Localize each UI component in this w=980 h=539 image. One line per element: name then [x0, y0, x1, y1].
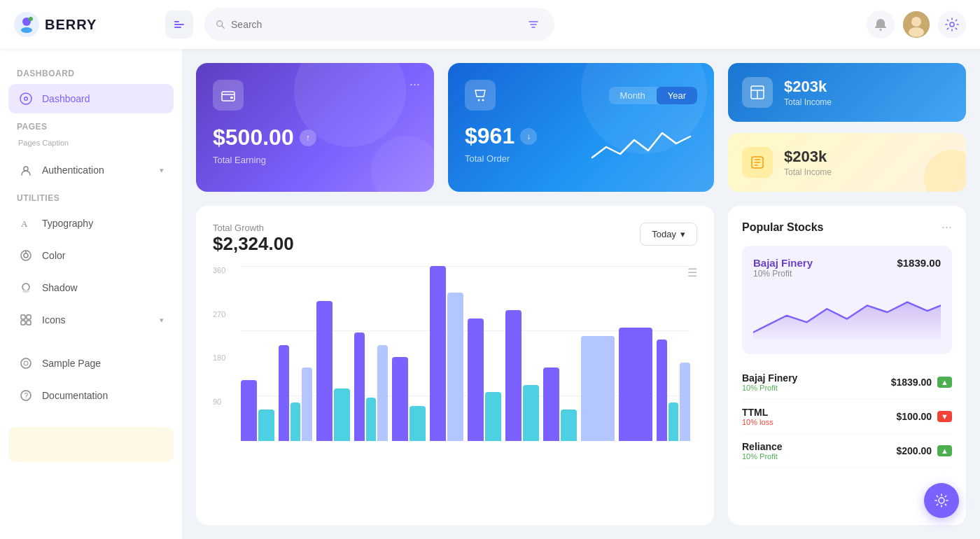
chart-bar: [377, 345, 388, 442]
chevron-down-icon: ▾: [680, 229, 685, 239]
sidebar-item-dashboard[interactable]: Dashboard: [8, 84, 174, 113]
chart-bar: [619, 328, 652, 442]
bar-group: [581, 266, 615, 441]
sidebar-item-sample-page[interactable]: Sample Page: [8, 349, 174, 378]
sidebar-item-typography[interactable]: A Typography: [8, 209, 174, 238]
bar-group: [657, 266, 690, 441]
growth-title: Total Growth: [213, 223, 294, 233]
chart-bar: [668, 402, 679, 441]
header-right: [867, 10, 966, 38]
order-toggle-row: Month Year: [465, 80, 697, 111]
svg-point-38: [482, 99, 484, 102]
sidebar-item-color[interactable]: Color: [8, 241, 174, 270]
chart-bar: [680, 363, 690, 442]
app-name: BERRY: [45, 17, 97, 33]
badge-icon: [750, 155, 765, 170]
sample-page-icon: [18, 356, 34, 371]
bar-group: [468, 266, 501, 441]
notifications-button[interactable]: [867, 10, 895, 38]
chart-bar: [241, 380, 257, 442]
list-item: TTML 10% loss $100.00 ▼: [742, 400, 952, 434]
bottom-row: Total Growth $2,324.00 Today ▾ 36: [196, 206, 966, 525]
growth-header: Total Growth $2,324.00 Today ▾: [213, 223, 697, 255]
stock-price: $1839.00: [891, 377, 932, 388]
search-icon: [216, 19, 225, 30]
svg-text:A: A: [21, 218, 28, 229]
filter-icon: [527, 18, 540, 31]
year-button[interactable]: Year: [657, 87, 697, 104]
svg-text:?: ?: [24, 392, 29, 400]
authentication-label: Authentication: [42, 164, 104, 176]
svg-rect-6: [174, 27, 181, 28]
featured-stock-profit: 10% Profit: [753, 269, 941, 279]
header: BERRY: [0, 0, 980, 49]
avatar[interactable]: [903, 11, 930, 38]
growth-amount: $2,324.00: [213, 233, 294, 255]
sidebar: Dashboard Dashboard Pages Pages Caption: [0, 49, 182, 539]
svg-point-15: [909, 27, 924, 37]
typography-icon: A: [18, 216, 34, 231]
sidebar-item-documentation[interactable]: ? Documentation: [8, 381, 174, 410]
featured-stock-chart: [753, 284, 941, 340]
today-button[interactable]: Today ▾: [640, 223, 697, 246]
income-blue-label: Total Income: [784, 97, 832, 107]
stock-sub: 10% Profit: [742, 384, 797, 392]
chart-bar: [561, 410, 577, 441]
svg-point-14: [911, 17, 921, 27]
stock-price: $200.00: [897, 445, 932, 456]
y-label-270: 270: [213, 310, 237, 318]
svg-rect-36: [230, 97, 233, 99]
color-icon: [18, 248, 34, 263]
featured-stock-header: Bajaj Finery $1839.00: [753, 257, 941, 269]
bars-container: [241, 266, 690, 441]
earning-dots-menu[interactable]: ···: [410, 77, 420, 92]
table-icon: [750, 85, 765, 100]
svg-point-16: [950, 22, 954, 27]
menu-button[interactable]: [165, 10, 193, 38]
list-item: Bajaj Finery 10% Profit $1839.00 ▲: [742, 365, 952, 400]
main-layout: Dashboard Dashboard Pages Pages Caption: [0, 49, 980, 539]
chart-bar: [366, 398, 377, 442]
total-income-blue-card: $203k Total Income: [728, 63, 966, 122]
trend-down-badge: ▼: [937, 411, 952, 422]
search-input[interactable]: [231, 19, 518, 30]
svg-rect-35: [222, 92, 234, 101]
featured-stock-price: $1839.00: [897, 257, 941, 269]
pages-caption: Pages Caption: [8, 137, 174, 153]
month-button[interactable]: Month: [609, 87, 657, 104]
bar-group: [430, 266, 463, 441]
shadow-icon: [18, 280, 34, 295]
stock-list: Bajaj Finery 10% Profit $1839.00 ▲ TTML …: [742, 365, 952, 468]
sidebar-item-icons[interactable]: Icons ▾: [8, 305, 174, 335]
income-yellow-icon: [742, 147, 773, 178]
icons-label: Icons: [42, 314, 65, 326]
utilities-section-title: Utilities: [8, 188, 174, 206]
chart-bar: [334, 388, 350, 441]
fab-button[interactable]: [924, 483, 959, 518]
chart-bar: [290, 402, 301, 441]
hamburger-icon: [173, 18, 186, 31]
svg-point-37: [478, 99, 480, 102]
svg-line-8: [222, 26, 225, 29]
sidebar-item-authentication[interactable]: Authentication ▾: [8, 155, 174, 185]
y-label-90: 90: [213, 398, 237, 406]
chart-bar: [485, 392, 501, 441]
color-label: Color: [42, 250, 65, 261]
bar-group: [392, 266, 426, 441]
total-order-card: Month Year $961 ↓ Total Order: [448, 63, 714, 192]
stock-sub: 10% Profit: [742, 452, 783, 461]
svg-rect-30: [27, 321, 31, 325]
down-arrow-icon: ↓: [520, 128, 537, 145]
user-avatar: [903, 11, 930, 38]
documentation-label: Documentation: [42, 390, 108, 401]
svg-point-20: [24, 167, 28, 171]
sidebar-item-shadow[interactable]: Shadow: [8, 273, 174, 302]
shopping-icon: [472, 88, 488, 103]
dashboard-icon: [18, 91, 34, 106]
stock-name: Reliance: [742, 441, 783, 452]
sample-page-label: Sample Page: [42, 358, 101, 369]
stocks-dots-menu[interactable]: ···: [941, 220, 952, 234]
settings-button[interactable]: [938, 10, 966, 38]
filter-button[interactable]: [524, 13, 543, 36]
bar-group: [543, 266, 577, 441]
